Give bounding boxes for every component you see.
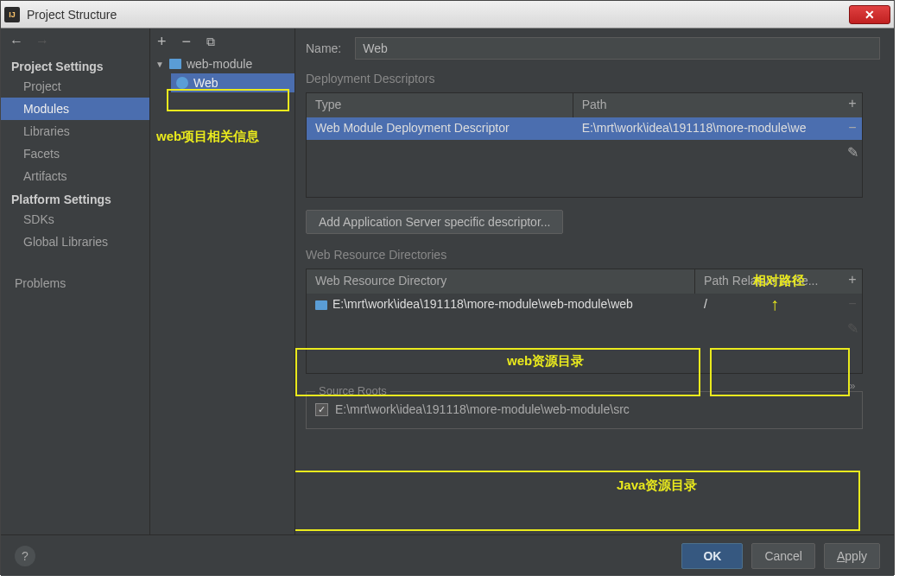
folder-icon	[315, 300, 327, 310]
resource-row[interactable]: E:\mrt\work\idea\191118\more-module\web-…	[307, 294, 862, 316]
td-type: Web Module Deployment Descriptor	[307, 117, 573, 140]
th-type: Type	[307, 93, 573, 117]
remove-resource-icon[interactable]: −	[848, 296, 856, 312]
apply-button[interactable]: Apply	[824, 543, 880, 569]
add-resource-icon[interactable]: +	[848, 272, 856, 288]
sidebar-item-libraries[interactable]: Libraries	[1, 120, 149, 142]
expand-icon[interactable]: ▼	[155, 60, 164, 69]
folder-icon	[169, 59, 181, 69]
copy-icon[interactable]: ⧉	[206, 35, 215, 49]
web-resource-directories-label: Web Resource Directories	[306, 248, 889, 262]
ok-button[interactable]: OK	[681, 543, 743, 569]
td-res-dir: E:\mrt\work\idea\191118\more-module\web-…	[307, 294, 695, 316]
descriptor-row[interactable]: Web Module Deployment Descriptor E:\mrt\…	[307, 117, 862, 140]
sidebar-heading-project: Project Settings	[1, 54, 149, 75]
annot-java-dir: Java资源目录	[617, 477, 697, 494]
close-button[interactable]: ✕	[849, 5, 890, 24]
module-tree-pane: + − ⧉ ▼ web-module Web	[150, 28, 295, 534]
tree-root-label: web-module	[187, 57, 252, 71]
source-roots-label: Source Roots	[315, 384, 390, 397]
sidebar-item-project[interactable]: Project	[1, 75, 149, 98]
sidebar-heading-platform: Platform Settings	[1, 187, 149, 208]
th-rel-path: Path Relative to De...	[695, 269, 862, 294]
add-descriptor-icon[interactable]: +	[848, 96, 856, 111]
titlebar: IJ Project Structure ✕	[1, 1, 894, 28]
source-roots-panel: Source Roots ✓ E:\mrt\work\idea\191118\m…	[306, 391, 863, 429]
source-root-path: E:\mrt\work\idea\191118\more-module\web-…	[335, 402, 630, 416]
dialog-footer: ? OK Cancel Apply	[1, 534, 894, 576]
tree-web-label: Web	[193, 76, 218, 90]
tree-root-node[interactable]: ▼ web-module	[150, 54, 294, 73]
main-panel: Name: Deployment Descriptors Type Path W…	[295, 28, 894, 534]
sidebar-item-facets[interactable]: Facets	[1, 142, 149, 165]
remove-icon[interactable]: −	[182, 33, 192, 51]
web-icon	[176, 77, 188, 89]
th-path: Path	[573, 93, 862, 117]
remove-descriptor-icon[interactable]: −	[848, 120, 856, 136]
help-button[interactable]: ?	[15, 546, 35, 566]
td-rel-path: /	[695, 294, 862, 316]
sidebar-item-problems[interactable]: Problems	[1, 272, 149, 294]
deployment-descriptors-table: Type Path Web Module Deployment Descript…	[306, 92, 863, 198]
sidebar-item-modules[interactable]: Modules	[1, 98, 149, 120]
forward-arrow-icon[interactable]: →	[35, 34, 49, 49]
sidebar-item-sdks[interactable]: SDKs	[1, 208, 149, 231]
source-root-checkbox[interactable]: ✓	[315, 403, 328, 416]
ij-icon: IJ	[4, 7, 20, 22]
sidebar: ← → Project Settings Project Modules Lib…	[1, 28, 150, 534]
sidebar-item-artifacts[interactable]: Artifacts	[1, 165, 149, 187]
name-input[interactable]	[355, 37, 880, 60]
back-arrow-icon[interactable]: ←	[10, 34, 23, 49]
web-resource-table: Web Resource Directory Path Relative to …	[306, 269, 863, 374]
name-label: Name:	[306, 41, 341, 55]
sidebar-item-global-libraries[interactable]: Global Libraries	[1, 231, 149, 253]
edit-resource-icon[interactable]: ✎	[847, 320, 858, 337]
th-res-dir: Web Resource Directory	[307, 269, 695, 294]
tree-web-node[interactable]: Web	[171, 73, 294, 92]
add-server-descriptor-button[interactable]: Add Application Server specific descript…	[306, 210, 563, 234]
cancel-button[interactable]: Cancel	[751, 543, 815, 569]
edit-descriptor-icon[interactable]: ✎	[847, 144, 858, 161]
window-title: Project Structure	[27, 8, 117, 22]
add-icon[interactable]: +	[157, 33, 167, 51]
deployment-descriptors-label: Deployment Descriptors	[306, 72, 889, 85]
td-path: E:\mrt\work\idea\191118\more-module\we	[573, 117, 862, 140]
more-icon[interactable]: »	[850, 380, 856, 392]
